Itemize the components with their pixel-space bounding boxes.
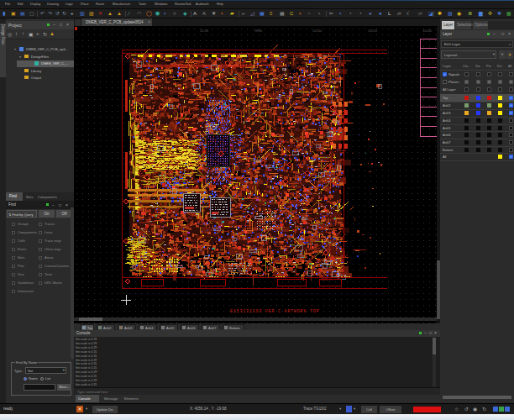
svg-text:2V_R: 2V_R xyxy=(329,81,337,84)
svg-text:2XAV: 2XAV xyxy=(333,120,341,123)
svg-text:E153131363 VER C ARTWORK TOP: E153131363 VER C ARTWORK TOP xyxy=(230,309,319,314)
